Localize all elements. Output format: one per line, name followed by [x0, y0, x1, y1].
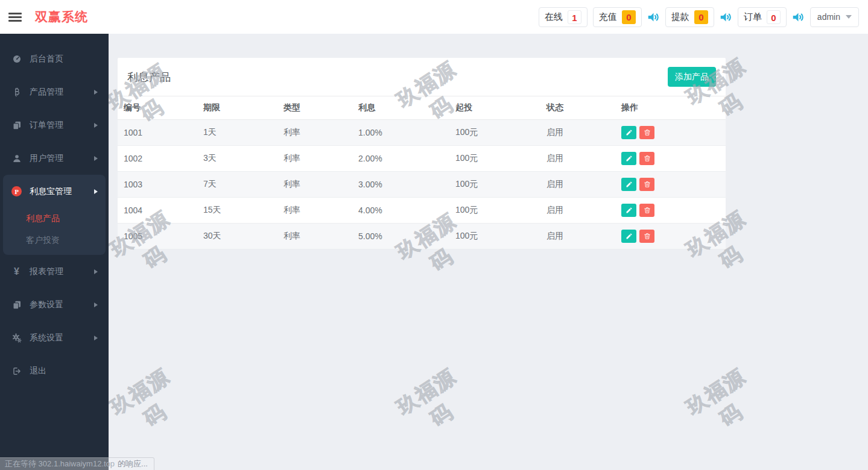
params-icon	[11, 300, 22, 310]
sidebar-item-interest-mgmt[interactable]: P 利息宝管理	[3, 175, 106, 208]
chevron-right-icon	[94, 189, 98, 194]
sidebar-item-logout[interactable]: 退出	[0, 354, 109, 387]
products-table: 编号 期限 类型 利息 起投 状态 操作 1001 1天 利率 1.00% 10…	[118, 96, 726, 249]
edit-button[interactable]	[621, 204, 636, 217]
col-header-type: 类型	[277, 96, 352, 120]
col-header-status: 状态	[540, 96, 615, 120]
edit-button[interactable]	[621, 126, 636, 139]
cell-min: 100元	[449, 198, 540, 224]
dashboard-icon	[11, 54, 22, 64]
cell-id: 1003	[118, 172, 197, 198]
sidebar-subitem-customer-invest[interactable]: 客户投资	[3, 230, 106, 251]
cell-type: 利率	[277, 120, 352, 146]
table-row: 1001 1天 利率 1.00% 100元 启用	[118, 120, 726, 146]
stat-deposit-count: 0	[622, 10, 636, 24]
cell-min: 100元	[449, 172, 540, 198]
bitcoin-icon	[11, 87, 22, 97]
delete-button[interactable]	[639, 178, 654, 191]
delete-button[interactable]	[639, 126, 654, 139]
stat-withdraw: 提款 0	[665, 7, 714, 27]
cell-interest: 5.00%	[352, 224, 449, 249]
cell-type: 利率	[277, 224, 352, 249]
edit-button[interactable]	[621, 178, 636, 191]
cell-term: 7天	[197, 172, 277, 198]
sidebar-item-system[interactable]: 系统设置	[0, 321, 109, 354]
add-product-button[interactable]: 添加产品	[668, 67, 716, 87]
col-header-interest: 利息	[352, 96, 449, 120]
interest-products-card: 利息产品 添加产品 编号 期限 类型 利息 起投 状态 操作 1001 1天	[118, 58, 726, 249]
cell-status: 启用	[540, 224, 615, 249]
cell-term: 30天	[197, 224, 277, 249]
logout-icon	[11, 366, 22, 376]
sidebar-item-users[interactable]: 用户管理	[0, 142, 109, 175]
sidebar: 后台首页 产品管理 订单管理 用户管理 P 利息宝管理 利息产品 客户投资	[0, 34, 109, 470]
cell-status: 启用	[540, 198, 615, 224]
sidebar-item-label: 报表管理	[30, 266, 63, 277]
gears-icon	[11, 333, 22, 343]
stat-label: 在线	[545, 11, 563, 23]
chevron-right-icon	[94, 336, 98, 340]
brand-logo: 双赢系统	[35, 8, 88, 25]
sidebar-item-dashboard[interactable]: 后台首页	[0, 42, 109, 75]
stat-online-count: 1	[568, 10, 581, 24]
edit-button[interactable]	[621, 152, 636, 165]
page-title: 利息产品	[127, 70, 171, 84]
browser-status-bubble: 正在等待 302.1.haiwaiym12.top 的响应...	[0, 457, 154, 470]
col-header-id: 编号	[118, 96, 197, 120]
card-header: 利息产品 添加产品	[118, 58, 726, 96]
trash-icon	[644, 233, 651, 240]
delete-button[interactable]	[639, 152, 654, 165]
delete-button[interactable]	[639, 230, 654, 243]
chevron-right-icon	[94, 269, 98, 274]
sidebar-item-label: 利息宝管理	[30, 186, 72, 197]
hamburger-menu-icon[interactable]	[8, 11, 22, 24]
cell-type: 利率	[277, 146, 352, 172]
table-header-row: 编号 期限 类型 利息 起投 状态 操作	[118, 96, 726, 120]
sidebar-item-reports[interactable]: ¥ 报表管理	[0, 255, 109, 288]
stat-label: 充值	[599, 11, 617, 23]
cell-status: 启用	[540, 172, 615, 198]
trash-icon	[644, 129, 651, 136]
delete-button[interactable]	[639, 204, 654, 217]
stat-orders-count: 0	[767, 10, 781, 24]
orders-speaker-icon[interactable]	[792, 11, 805, 24]
trash-icon	[644, 181, 651, 188]
cell-interest: 3.00%	[352, 172, 449, 198]
sidebar-item-orders[interactable]: 订单管理	[0, 108, 109, 142]
withdraw-speaker-icon[interactable]	[720, 11, 732, 24]
sidebar-subitem-label: 客户投资	[26, 235, 60, 246]
sidebar-subitem-label: 利息产品	[26, 213, 60, 224]
chevron-right-icon	[94, 90, 98, 95]
pencil-icon	[626, 233, 633, 240]
chevron-right-icon	[94, 302, 98, 307]
cell-id: 1004	[118, 198, 197, 224]
sidebar-item-products[interactable]: 产品管理	[0, 75, 109, 108]
table-row: 1003 7天 利率 3.00% 100元 启用	[118, 172, 726, 198]
sidebar-item-label: 订单管理	[30, 120, 63, 131]
cell-min: 100元	[449, 120, 540, 146]
pencil-icon	[626, 129, 633, 136]
sidebar-item-label: 后台首页	[30, 54, 63, 64]
cell-min: 100元	[449, 224, 540, 249]
cell-term: 3天	[197, 146, 277, 172]
col-header-min: 起投	[449, 96, 540, 120]
edit-button[interactable]	[621, 230, 636, 243]
cell-interest: 2.00%	[352, 146, 449, 172]
user-menu[interactable]: admin	[810, 7, 859, 27]
top-header: 双赢系统 在线 1 充值 0 提款 0 订单 0 admin	[0, 0, 868, 34]
cell-status: 启用	[540, 120, 615, 146]
status-text-host: 正在等待 302.1.haiwaiym12.top	[5, 459, 115, 469]
deposit-speaker-icon[interactable]	[647, 11, 660, 24]
cell-term: 1天	[197, 120, 277, 146]
cell-term: 15天	[197, 198, 277, 224]
sidebar-item-label: 用户管理	[30, 153, 63, 164]
sidebar-subitem-interest-products[interactable]: 利息产品	[3, 208, 106, 230]
cell-interest: 1.00%	[352, 120, 449, 146]
cell-type: 利率	[277, 198, 352, 224]
cell-id: 1002	[118, 146, 197, 172]
stat-online: 在线 1	[539, 7, 588, 27]
chevron-right-icon	[94, 156, 98, 161]
chevron-right-icon	[94, 123, 98, 128]
sidebar-item-params[interactable]: 参数设置	[0, 288, 109, 321]
cell-id: 1005	[118, 224, 197, 249]
